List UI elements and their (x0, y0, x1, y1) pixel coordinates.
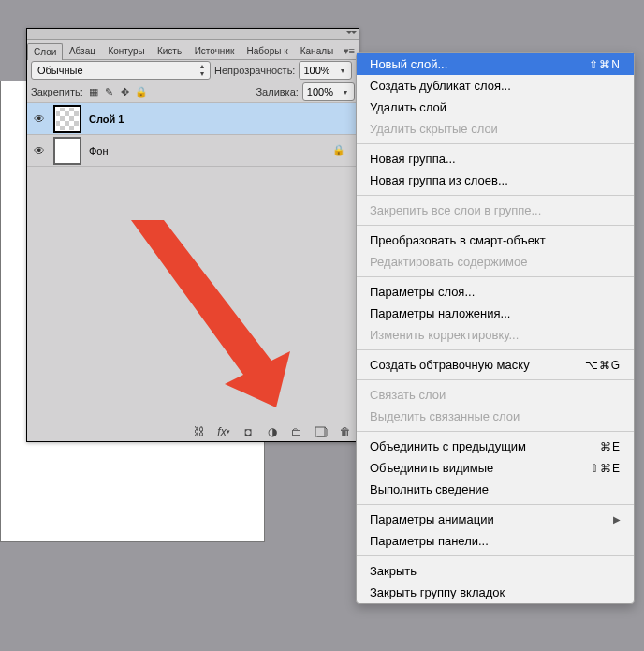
menu-label: Редактировать содержимое (370, 255, 527, 269)
tab-brush[interactable]: Кисть (151, 42, 188, 59)
layers-panel: Слои Абзац Контуры Кисть Источник Наборы… (26, 28, 359, 442)
menu-shortcut: ⌘E (600, 440, 621, 453)
menu-label: Новая группа... (370, 152, 456, 166)
fill-value: 100% (303, 86, 337, 97)
panel-footer: ⛓ fx▾ ◘ ◑ 🗀 🗑 (27, 422, 359, 441)
menu-panel-options[interactable]: Параметры панели... (357, 530, 634, 552)
menu-label: Объединить с предыдущим (370, 439, 526, 453)
fx-icon[interactable]: fx▾ (216, 424, 231, 439)
tab-source[interactable]: Источник (188, 42, 241, 59)
menu-edit-contents: Редактировать содержимое (357, 251, 634, 273)
menu-label: Удалить слой (370, 100, 446, 114)
menu-link-layers: Связать слои (357, 384, 634, 406)
menu-label: Выполнить сведение (370, 482, 489, 496)
layer-row[interactable]: 👁 Слой 1 (27, 103, 359, 135)
menu-group-from-layers[interactable]: Новая группа из слоев... (357, 170, 634, 191)
tab-presets[interactable]: Наборы к (241, 42, 294, 59)
panel-collapse-icon[interactable] (346, 31, 356, 37)
lock-label: Закрепить: (31, 86, 83, 97)
menu-label: Закрыть (370, 564, 417, 578)
menu-separator (357, 555, 634, 556)
menu-close-tab-group[interactable]: Закрыть группу вкладок (357, 582, 634, 603)
folder-icon[interactable]: 🗀 (289, 424, 304, 439)
trash-icon[interactable]: 🗑 (338, 424, 353, 439)
menu-layer-properties[interactable]: Параметры слоя... (357, 281, 634, 303)
new-layer-icon[interactable] (314, 424, 329, 439)
tab-layers[interactable]: Слои (27, 43, 63, 60)
adjustment-icon[interactable]: ◑ (265, 424, 280, 439)
menu-label: Закрыть группу вкладок (370, 585, 505, 599)
blend-mode-value: Обычные (37, 65, 83, 76)
layer-name[interactable]: Слой 1 (89, 113, 124, 125)
menu-label: Параметры слоя... (370, 285, 475, 299)
menu-separator (357, 195, 634, 196)
layer-thumbnail[interactable] (53, 137, 81, 165)
menu-label: Закрепить все слои в группе... (370, 203, 541, 217)
fill-input[interactable]: 100% ▾ (302, 82, 355, 101)
menu-animation-options[interactable]: Параметры анимации ▶ (357, 509, 634, 530)
menu-blending-options[interactable]: Параметры наложения... (357, 303, 634, 324)
menu-merge-down[interactable]: Объединить с предыдущим ⌘E (357, 436, 634, 457)
mask-icon[interactable]: ◘ (241, 424, 256, 439)
menu-separator (357, 276, 634, 277)
menu-new-group[interactable]: Новая группа... (357, 148, 634, 170)
menu-merge-visible[interactable]: Объединить видимые ⇧⌘E (357, 457, 634, 479)
lock-all-icon[interactable]: 🔒 (135, 85, 148, 98)
menu-smart-object[interactable]: Преобразовать в смарт-объект (357, 229, 634, 251)
panel-tabs: Слои Абзац Контуры Кисть Источник Наборы… (27, 40, 359, 60)
menu-label: Объединить видимые (370, 461, 493, 475)
opacity-input[interactable]: 100% ▾ (299, 61, 351, 80)
menu-label: Новый слой... (370, 57, 447, 71)
menu-close[interactable]: Закрыть (357, 560, 634, 582)
fill-label: Заливка: (256, 86, 298, 97)
menu-label: Параметры анимации (370, 512, 494, 526)
menu-shortcut: ⇧⌘E (590, 462, 621, 475)
lock-icon: 🔒 (332, 144, 345, 156)
tab-paths[interactable]: Контуры (101, 42, 151, 59)
layer-thumbnail[interactable] (53, 105, 81, 133)
menu-separator (357, 379, 634, 380)
menu-select-linked: Выделить связанные слои (357, 406, 634, 427)
layers-list: 👁 Слой 1 👁 Фон 🔒 (27, 103, 359, 407)
lock-row: Закрепить: ▦ ✎ ✥ 🔒 Заливка: 100% ▾ (27, 81, 359, 103)
menu-label: Преобразовать в смарт-объект (370, 233, 546, 247)
tab-channels[interactable]: Каналы (294, 42, 340, 59)
opacity-value: 100% (300, 65, 333, 76)
menu-label: Создать обтравочную маску (370, 358, 530, 372)
menu-delete-hidden: Удалить скрытые слои (357, 118, 634, 140)
lock-pixels-icon[interactable]: ✎ (103, 85, 116, 98)
menu-separator (357, 349, 634, 350)
chevron-down-icon: ▾ (334, 67, 351, 75)
menu-shortcut: ⇧⌘N (589, 58, 621, 71)
menu-delete-layer[interactable]: Удалить слой (357, 96, 634, 118)
panel-drag-bar[interactable] (27, 29, 359, 40)
layer-name[interactable]: Фон (89, 145, 109, 156)
tab-paragraph[interactable]: Абзац (63, 42, 102, 59)
link-layers-icon[interactable]: ⛓ (192, 424, 207, 439)
menu-edit-adjustment: Изменить корректировку... (357, 324, 634, 346)
menu-label: Изменить корректировку... (370, 328, 519, 342)
menu-separator (357, 143, 634, 144)
menu-new-layer[interactable]: Новый слой... ⇧⌘N (357, 53, 634, 75)
menu-label: Удалить скрытые слои (370, 122, 498, 136)
panel-context-menu: Новый слой... ⇧⌘N Создать дубликат слоя.… (356, 52, 635, 604)
visibility-toggle[interactable]: 👁 (33, 112, 46, 126)
chevron-down-icon: ▾ (337, 88, 354, 96)
blend-row: Обычные ▴▾ Непрозрачность: 100% ▾ (27, 60, 359, 81)
menu-label: Параметры панели... (370, 534, 489, 548)
visibility-toggle[interactable]: 👁 (33, 144, 46, 157)
menu-label: Выделить связанные слои (370, 409, 520, 423)
layer-row[interactable]: 👁 Фон 🔒 (27, 135, 359, 167)
lock-transparency-icon[interactable]: ▦ (87, 85, 100, 98)
menu-label: Параметры наложения... (370, 306, 510, 320)
menu-separator (357, 225, 634, 226)
menu-clipping-mask[interactable]: Создать обтравочную маску ⌥⌘G (357, 354, 634, 376)
blend-mode-select[interactable]: Обычные ▴▾ (31, 61, 211, 80)
menu-separator (357, 431, 634, 432)
menu-label: Связать слои (370, 388, 446, 402)
menu-duplicate-layer[interactable]: Создать дубликат слоя... (357, 75, 634, 96)
lock-position-icon[interactable]: ✥ (119, 85, 132, 98)
svg-rect-0 (315, 427, 325, 436)
menu-flatten[interactable]: Выполнить сведение (357, 479, 634, 500)
menu-separator (357, 504, 634, 505)
